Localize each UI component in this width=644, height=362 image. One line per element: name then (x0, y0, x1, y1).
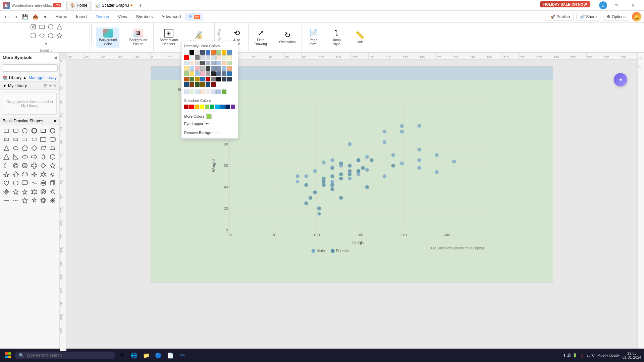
theme-color-cell[interactable] (184, 66, 189, 71)
taskbar-explorer[interactable]: 📁 (141, 350, 152, 361)
theme-color-cell[interactable] (184, 77, 189, 81)
recent-color-cell[interactable] (190, 89, 194, 94)
shape-ellipse[interactable] (12, 144, 19, 152)
menu-ai[interactable]: AI hot (185, 13, 203, 20)
shape-cross[interactable] (31, 162, 38, 169)
menu-symbols[interactable]: Symbols (132, 12, 157, 21)
theme-color-cell[interactable] (216, 66, 221, 71)
add-tab-button[interactable]: + (137, 2, 144, 9)
taskbar-edge[interactable]: 🌐 (129, 350, 140, 361)
taskbar-search-input[interactable] (26, 353, 100, 358)
theme-color-cell[interactable] (227, 61, 232, 65)
theme-color-cell[interactable] (211, 50, 216, 55)
collapse-sidebar-button[interactable]: ◀ (54, 55, 57, 60)
more-colors-swatch[interactable] (206, 114, 212, 119)
shape-star5[interactable] (49, 162, 56, 169)
shape-rect-outline[interactable] (40, 127, 47, 134)
standard-color-cell[interactable] (231, 105, 235, 109)
notification-bell[interactable]: 🔔 (632, 12, 641, 21)
standard-color-cell[interactable] (210, 105, 214, 109)
menu-design[interactable]: Design (92, 12, 113, 21)
shape-thick-circle[interactable] (31, 127, 38, 134)
shape-star-8pt[interactable] (40, 197, 47, 204)
minimize-button[interactable]: — (592, 0, 607, 11)
shape-small-rect[interactable] (3, 136, 10, 143)
background-picture-button[interactable]: 🖼 BackgroundPicture (126, 27, 150, 48)
theme-color-cell[interactable] (190, 50, 194, 55)
my-library-expand-btn[interactable]: ⊞ (44, 83, 48, 88)
theme-color-cell[interactable] (222, 55, 226, 60)
right-panel-btn-2[interactable]: ⊞ (638, 64, 644, 69)
right-panel-btn-1[interactable]: ◁ (638, 56, 644, 61)
bty-btn-2[interactable] (47, 23, 55, 31)
share-button[interactable]: 🔗 Share (576, 13, 600, 21)
orientation-button[interactable]: ↻ Orientation (276, 27, 298, 48)
shape-pentagon[interactable] (21, 144, 29, 152)
fit-to-drawing-button[interactable]: ⤢ Fit toDrawing (252, 27, 270, 48)
theme-color-cell[interactable] (190, 61, 194, 65)
theme-color-cell[interactable] (211, 71, 216, 76)
theme-color-cell[interactable] (206, 55, 210, 60)
theme-color-cell[interactable] (211, 61, 216, 65)
shape-rounded-small[interactable] (12, 136, 19, 143)
maximize-button[interactable]: □ (608, 0, 624, 11)
theme-color-cell[interactable] (200, 66, 205, 71)
shape-star3[interactable] (12, 188, 19, 195)
shape-diamond[interactable] (31, 144, 38, 152)
theme-color-cell[interactable] (222, 61, 226, 65)
theme-color-cell[interactable] (184, 50, 189, 55)
background-color-button[interactable]: BackgroundColor (96, 27, 119, 48)
shape-asterisk[interactable] (49, 197, 56, 204)
edrawmax-float-button[interactable]: ✦ (614, 73, 627, 86)
export-button[interactable]: 📤 (31, 13, 40, 21)
theme-color-cell[interactable] (184, 71, 189, 76)
theme-color-cell[interactable] (200, 55, 205, 60)
theme-color-cell[interactable] (216, 61, 221, 65)
recent-color-cell[interactable] (222, 89, 226, 94)
shape-triangle[interactable] (3, 144, 10, 152)
theme-color-cell[interactable] (206, 66, 210, 71)
bty-btn-4[interactable] (29, 32, 37, 40)
shape-thin-rounded[interactable] (49, 136, 56, 143)
shape-arrow-up[interactable] (12, 171, 19, 178)
standard-color-cell[interactable] (225, 105, 230, 109)
unit-button[interactable]: 📏 Unit (352, 27, 368, 48)
shape-thin-rect[interactable] (40, 136, 47, 143)
theme-color-cell[interactable] (216, 71, 221, 76)
shape-arrow-right[interactable] (31, 153, 38, 161)
taskbar-word[interactable]: 📄 (165, 350, 176, 361)
shape-star6o[interactable] (31, 188, 38, 195)
bty-btn-3[interactable] (55, 23, 63, 31)
shape-circle[interactable] (21, 127, 29, 134)
standard-color-cell[interactable] (215, 105, 219, 109)
theme-color-cell[interactable] (195, 77, 200, 81)
tab-scatter[interactable]: 📊 Scatter Graph3 (92, 1, 136, 10)
shape-crescent[interactable] (3, 162, 10, 169)
undo-button[interactable]: ↩ (3, 13, 11, 21)
borders-headers-button[interactable]: ⊞ Borders andHeaders (157, 27, 180, 48)
shape-sunburst[interactable] (49, 188, 56, 195)
one-click-beautify-button[interactable] (29, 23, 37, 31)
shape-outline-rounded[interactable] (31, 136, 38, 143)
shape-circle-outline[interactable] (49, 127, 56, 134)
start-button[interactable] (3, 350, 13, 361)
standard-color-cell[interactable] (195, 105, 199, 109)
eyedropper-row[interactable]: Eyedropper ✒ (184, 121, 235, 126)
theme-color-cell[interactable] (206, 82, 210, 87)
theme-color-cell[interactable] (190, 55, 194, 60)
shape-hexagon[interactable] (49, 153, 56, 161)
standard-color-cell[interactable] (200, 105, 204, 109)
theme-color-cell[interactable] (206, 61, 210, 65)
shape-oval[interactable] (40, 153, 47, 161)
theme-color-cell[interactable] (200, 61, 205, 65)
theme-color-cell[interactable] (190, 71, 194, 76)
shape-big-triangle[interactable] (3, 153, 10, 161)
theme-color-cell[interactable] (184, 61, 189, 65)
menu-home[interactable]: Home (52, 12, 71, 21)
menu-advanced[interactable]: Advanced (157, 12, 185, 21)
theme-color-cell[interactable] (195, 61, 200, 65)
theme-color-cell[interactable] (216, 55, 221, 60)
theme-color-cell[interactable] (227, 55, 232, 60)
theme-color-cell[interactable] (227, 50, 232, 55)
theme-color-cell[interactable] (195, 55, 200, 60)
